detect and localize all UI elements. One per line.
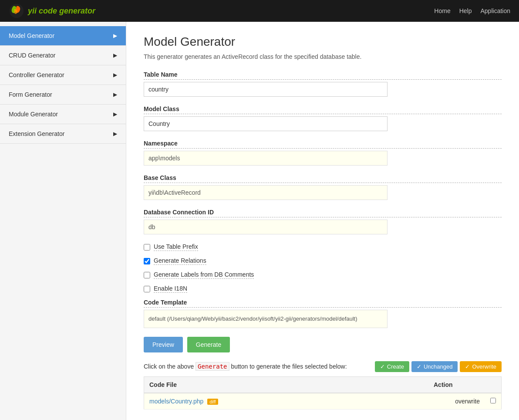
header: yii code generator Home Help Application: [0, 0, 519, 22]
enable-i18n-checkbox[interactable]: [144, 286, 150, 292]
status-text-before: Click on the above: [144, 363, 194, 370]
db-connection-group: Database Connection ID: [144, 209, 502, 234]
preview-button[interactable]: Preview: [144, 337, 183, 352]
row-select-checkbox[interactable]: [490, 398, 496, 403]
model-class-label: Model Class: [144, 105, 502, 114]
code-template-group: Code Template default (/Users/qiang/Web/…: [144, 299, 502, 328]
db-connection-input[interactable]: [144, 220, 388, 234]
generate-relations-group: Generate Relations: [144, 257, 502, 265]
table-name-label: Table Name: [144, 71, 502, 80]
model-class-input[interactable]: [144, 116, 388, 131]
sidebar: Model Generator ▶ CRUD Generator ▶ Contr…: [0, 22, 126, 420]
db-connection-label: Database Connection ID: [144, 209, 502, 217]
generate-labels-group: Generate Labels from DB Comments: [144, 271, 502, 279]
main-content: Model Generator This generator generates…: [126, 22, 519, 420]
nav-home[interactable]: Home: [434, 7, 450, 14]
chevron-right-icon: ▶: [113, 52, 117, 58]
action-cell: overwrite: [428, 393, 485, 410]
use-table-prefix-group: Use Table Prefix: [144, 243, 502, 251]
page-title: Model Generator: [144, 35, 502, 49]
enable-i18n-label: Enable I18N: [154, 285, 187, 293]
logo: yii code generator: [9, 3, 95, 19]
generate-relations-checkbox[interactable]: [144, 258, 150, 264]
chevron-right-icon: ▶: [113, 72, 117, 78]
chevron-right-icon: ▶: [113, 111, 117, 117]
col-action: Action: [428, 376, 485, 393]
nav-application[interactable]: Application: [481, 7, 511, 14]
sidebar-item-crud-generator[interactable]: CRUD Generator ▶: [0, 46, 126, 65]
base-class-group: Base Class: [144, 174, 502, 200]
badge-create-label: Create: [387, 363, 404, 370]
chevron-right-icon: ▶: [113, 91, 117, 98]
badge-unchanged-label: Unchanged: [424, 363, 453, 370]
diff-badge: diff: [207, 399, 218, 405]
col-select: [485, 376, 502, 393]
code-template-label: Code Template: [144, 299, 502, 308]
generate-labels-label: Generate Labels from DB Comments: [154, 271, 254, 279]
sidebar-item-label: Module Generator: [9, 111, 58, 118]
status-bar: Click on the above Generate button to ge…: [144, 361, 502, 372]
base-class-input[interactable]: [144, 185, 388, 200]
col-code-file: Code File: [144, 376, 429, 393]
badge-overwrite-label: Overwrite: [472, 363, 496, 370]
file-table-header: Code File Action: [144, 376, 502, 393]
status-generate-word: Generate: [195, 362, 229, 371]
generate-button[interactable]: Generate: [187, 337, 230, 352]
base-class-label: Base Class: [144, 174, 502, 183]
table-name-input[interactable]: [144, 82, 388, 97]
namespace-label: Namespace: [144, 140, 502, 149]
table-name-group: Table Name: [144, 71, 502, 97]
namespace-group: Namespace: [144, 140, 502, 166]
badge-unchanged: ✓ Unchanged: [411, 361, 458, 372]
status-text-after: button to generate the files selected be…: [231, 363, 347, 370]
generate-labels-checkbox[interactable]: [144, 272, 150, 278]
yii-logo-icon: [9, 3, 24, 19]
use-table-prefix-checkbox[interactable]: [144, 244, 150, 251]
generate-relations-label: Generate Relations: [154, 257, 206, 265]
namespace-input[interactable]: [144, 151, 388, 166]
sidebar-item-form-generator[interactable]: Form Generator ▶: [0, 85, 126, 105]
badge-create: ✓ Create: [375, 361, 409, 372]
select-cell: [485, 393, 502, 410]
sidebar-item-module-generator[interactable]: Module Generator ▶: [0, 105, 126, 124]
chevron-right-icon: ▶: [113, 131, 117, 137]
sidebar-item-label: Extension Generator: [9, 130, 64, 137]
code-template-value: default (/Users/qiang/Web/yii/basic2/ven…: [144, 310, 388, 328]
use-table-prefix-label: Use Table Prefix: [154, 243, 198, 251]
main-nav: Home Help Application: [434, 7, 510, 14]
sidebar-item-controller-generator[interactable]: Controller Generator ▶: [0, 65, 126, 85]
sidebar-item-label: Model Generator: [9, 32, 54, 39]
sidebar-item-model-generator[interactable]: Model Generator ▶: [0, 26, 126, 46]
status-badges: ✓ Create ✓ Unchanged ✓ Overwrite: [375, 361, 502, 372]
checkmark-icon: ✓: [465, 363, 470, 370]
checkmark-icon: ✓: [380, 363, 385, 370]
page-description: This generator generates an ActiveRecord…: [144, 53, 502, 60]
sidebar-item-label: CRUD Generator: [9, 52, 55, 59]
model-class-group: Model Class: [144, 105, 502, 131]
file-table-body: models/Country.php diff overwrite: [144, 393, 502, 410]
sidebar-item-label: Form Generator: [9, 91, 52, 98]
checkmark-icon: ✓: [417, 363, 421, 370]
model-generator-form: Table Name Model Class Namespace Base Cl…: [144, 71, 502, 410]
sidebar-item-label: Controller Generator: [9, 71, 64, 78]
action-value: overwrite: [455, 398, 480, 405]
badge-overwrite: ✓ Overwrite: [460, 361, 502, 372]
button-row: Preview Generate: [144, 337, 502, 352]
sidebar-item-extension-generator[interactable]: Extension Generator ▶: [0, 124, 126, 144]
logo-text: yii code generator: [28, 7, 95, 16]
enable-i18n-group: Enable I18N: [144, 285, 502, 293]
file-table: Code File Action models/Country.php diff…: [144, 376, 502, 410]
file-cell: models/Country.php diff: [144, 393, 429, 410]
status-text: Click on the above Generate button to ge…: [144, 363, 347, 370]
layout: Model Generator ▶ CRUD Generator ▶ Contr…: [0, 22, 519, 420]
chevron-right-icon: ▶: [113, 33, 117, 39]
file-link[interactable]: models/Country.php: [149, 398, 203, 405]
table-row: models/Country.php diff overwrite: [144, 393, 502, 410]
nav-help[interactable]: Help: [459, 7, 472, 14]
